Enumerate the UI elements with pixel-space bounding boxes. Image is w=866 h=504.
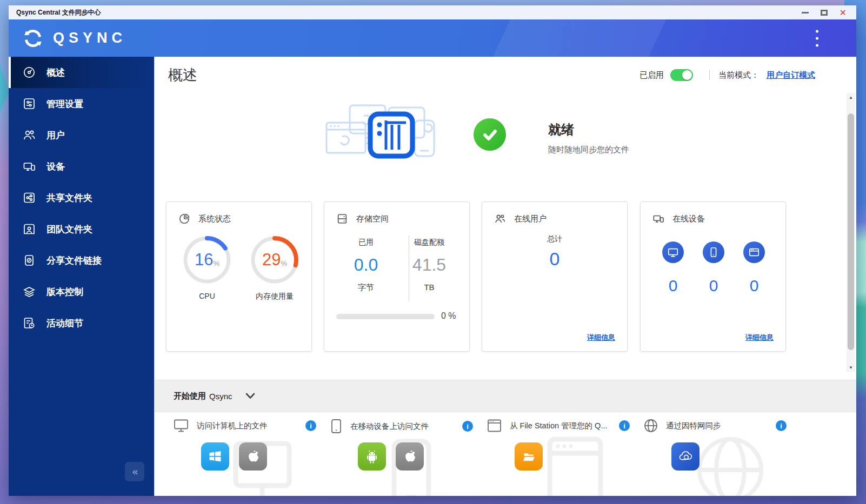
ghost-browser-illustration <box>545 435 605 496</box>
mobile-outline-icon <box>330 419 342 434</box>
quota-value: 41.5 <box>399 255 459 275</box>
close-button[interactable]: ✕ <box>840 10 847 16</box>
sidebar-item-label: 活动细节 <box>46 317 83 330</box>
settings-icon <box>23 97 36 110</box>
devices-details-link[interactable]: 详细信息 <box>745 333 774 342</box>
logo-text: QSYNC <box>53 30 126 46</box>
cpu-unit: % <box>213 259 219 267</box>
divider <box>709 70 710 80</box>
sidebar-item-label: 分享文件链接 <box>46 254 102 267</box>
browser-outline-icon <box>487 419 502 433</box>
memory-gauge: 29% <box>248 233 302 287</box>
cpu-label: CPU <box>180 292 234 300</box>
scrollbar-thumb[interactable] <box>848 113 854 350</box>
minimize-button[interactable] <box>802 12 809 14</box>
sidebar-item-label: 管理设置 <box>46 98 83 110</box>
sidebar-item-shared-folders[interactable]: 共享文件夹 <box>9 182 154 213</box>
team-folder-icon <box>23 223 36 236</box>
info-icon[interactable]: i <box>619 420 630 431</box>
sync-icon <box>22 27 44 50</box>
online-devices-icon <box>652 213 664 225</box>
gs-computer-column: 访问计算机上的文件 i <box>174 412 316 496</box>
getting-started-title: 开始使用 <box>174 391 206 401</box>
users-icon <box>23 129 36 142</box>
sidebar-item-label: 用户 <box>46 129 65 142</box>
sidebar-item-devices[interactable]: 设备 <box>9 151 154 182</box>
app-header: QSYNC <box>9 19 856 57</box>
computer-device-icon <box>662 241 684 263</box>
cpu-value: 16 <box>195 250 213 270</box>
status-title: 就绪 <box>548 121 629 138</box>
used-unit: 字节 <box>336 283 396 293</box>
sidebar-item-label: 版本控制 <box>46 286 83 298</box>
total-users-count: 0 <box>482 248 627 270</box>
maximize-button[interactable] <box>821 10 828 16</box>
total-label: 总计 <box>482 234 627 244</box>
enabled-toggle[interactable] <box>670 69 693 81</box>
sidebar-item-label: 共享文件夹 <box>46 192 92 204</box>
card-title: 在线设备 <box>672 214 705 224</box>
scroll-up-arrow[interactable]: ▲ <box>847 93 855 102</box>
enabled-label: 已启用 <box>639 70 664 80</box>
used-label: 已用 <box>336 238 396 247</box>
page-title: 概述 <box>168 65 197 85</box>
sidebar-item-label: 设备 <box>46 160 65 173</box>
shared-folder-icon <box>23 191 36 204</box>
layers-icon <box>23 285 36 298</box>
more-menu-button[interactable] <box>814 28 821 49</box>
sidebar-collapse-button[interactable]: « <box>125 462 144 481</box>
memory-value: 29 <box>262 250 281 270</box>
sidebar-item-overview[interactable]: 概述 <box>9 57 154 88</box>
getting-started-title-app: Qsync <box>209 392 232 401</box>
mode-link[interactable]: 用户自订模式 <box>767 70 815 80</box>
computer-count: 0 <box>662 277 684 295</box>
sidebar-item-label: 概述 <box>46 66 65 79</box>
users-details-link[interactable]: 详细信息 <box>587 333 615 342</box>
ready-check-icon <box>474 118 506 151</box>
scroll-down-arrow[interactable]: ▼ <box>847 363 855 372</box>
gs-item-label: 访问计算机上的文件 <box>197 421 268 431</box>
getting-started-section: 访问计算机上的文件 i <box>155 412 856 496</box>
file-station-app-icon[interactable] <box>515 442 543 471</box>
window-titlebar: Qsync Central 文件同步中心 ✕ <box>9 5 856 19</box>
sidebar-item-team-folders[interactable]: 团队文件夹 <box>9 213 154 245</box>
card-title: 系统状态 <box>198 214 231 224</box>
window-title: Qsync Central 文件同步中心 <box>16 8 101 17</box>
mobile-device-icon <box>703 241 724 263</box>
qsync-logo: QSYNC <box>22 27 126 50</box>
online-devices-card: 在线设备 0 0 0 详细信息 <box>640 201 786 352</box>
online-users-icon <box>494 213 506 225</box>
windows-app-icon[interactable] <box>201 442 229 471</box>
sidebar-item-users[interactable]: 用户 <box>9 119 154 151</box>
used-value: 0.0 <box>336 255 396 275</box>
toggle-knob <box>682 70 692 80</box>
info-icon[interactable]: i <box>462 421 473 432</box>
cpu-gauge: 16% <box>180 233 234 287</box>
system-status-card: 系统状态 16% 29% CPU 内存使用量 <box>166 201 312 352</box>
sidebar-item-share-file-links[interactable]: 分享文件链接 <box>9 245 154 276</box>
apple-app-icon[interactable] <box>239 442 267 471</box>
sidebar-item-management[interactable]: 管理设置 <box>9 88 154 119</box>
sidebar-item-activity-details[interactable]: 活动细节 <box>9 307 154 339</box>
android-app-icon[interactable] <box>358 442 386 471</box>
info-icon[interactable]: i <box>305 420 316 431</box>
vertical-scrollbar[interactable]: ▲ ▼ <box>847 93 855 372</box>
qsync-cloud-app-icon[interactable] <box>671 442 700 471</box>
qsync-central-window: Qsync Central 文件同步中心 ✕ QSYNC <box>9 5 856 496</box>
info-icon[interactable]: i <box>776 420 787 431</box>
memory-unit: % <box>281 259 287 267</box>
quota-label: 磁盘配额 <box>399 238 459 247</box>
gs-filestation-column: 从 File Station 管理您的 Q... i <box>487 412 630 496</box>
getting-started-header[interactable]: 开始使用 Qsync <box>155 380 856 412</box>
status-subtitle: 随时随地同步您的文件 <box>548 145 629 155</box>
sidebar-item-version-control[interactable]: 版本控制 <box>9 276 154 307</box>
overview-icon <box>23 66 36 79</box>
chevron-down-icon[interactable] <box>245 393 255 399</box>
apple-app-icon[interactable] <box>396 442 424 471</box>
browser-count: 0 <box>743 277 765 295</box>
quota-unit: TB <box>399 283 459 292</box>
storage-percent: 0 % <box>441 311 456 321</box>
storage-card: 存储空间 已用 0.0 字节 磁盘配额 41.5 TB 0 % <box>324 201 470 352</box>
sidebar-item-label: 团队文件夹 <box>46 223 92 236</box>
gs-item-label: 从 File Station 管理您的 Q... <box>510 421 608 431</box>
